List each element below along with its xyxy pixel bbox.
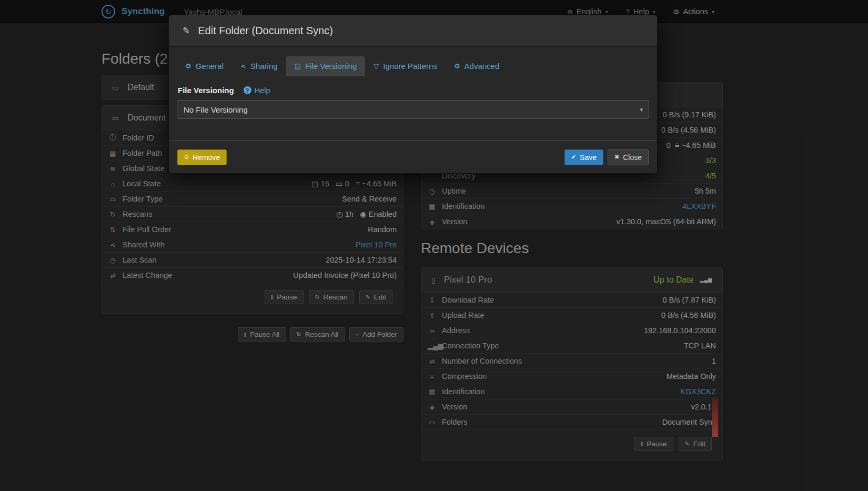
help-link[interactable]: ? Help xyxy=(244,86,270,95)
tab-sharing[interactable]: ⋖Sharing xyxy=(232,56,286,76)
tab-general[interactable]: ⚙General xyxy=(177,56,232,76)
save-button[interactable]: ✔ Save xyxy=(564,149,603,165)
question-icon: ? xyxy=(244,86,251,94)
pencil-icon: ✎ xyxy=(183,25,190,36)
tab-label: General xyxy=(196,62,224,71)
gears-icon: ⚙ xyxy=(454,62,460,70)
modal-header: ✎ Edit Folder (Document Sync) xyxy=(169,15,657,47)
versioning-icon: ▤ xyxy=(295,62,301,70)
tab-label: Sharing xyxy=(250,62,278,71)
help-label: Help xyxy=(255,86,270,95)
file-versioning-label: File Versioning xyxy=(178,86,234,95)
modal-title: Edit Folder (Document Sync) xyxy=(198,25,333,37)
modal-body: ⚙General⋖Sharing▤File Versioning▽Ignore … xyxy=(169,47,657,141)
check-icon: ✔ xyxy=(571,154,576,161)
remove-button[interactable]: ⊖ Remove xyxy=(177,149,227,165)
modal-footer: ⊖ Remove ✔ Save ✖ Close xyxy=(169,141,657,173)
tab-label: File Versioning xyxy=(305,62,357,71)
close-button[interactable]: ✖ Close xyxy=(608,149,649,165)
versioning-select[interactable]: No File Versioning xyxy=(177,100,649,119)
remove-label: Remove xyxy=(193,153,220,162)
edit-folder-modal: ✎ Edit Folder (Document Sync) ⚙General⋖S… xyxy=(168,15,658,174)
tab-label: Ignore Patterns xyxy=(383,62,437,71)
share-icon: ⋖ xyxy=(240,62,246,70)
tab-advanced[interactable]: ⚙Advanced xyxy=(446,56,508,76)
tab-file-versioning[interactable]: ▤File Versioning xyxy=(286,56,366,76)
save-label: Save xyxy=(580,153,597,162)
gear-icon: ⚙ xyxy=(185,62,191,70)
filter-icon: ▽ xyxy=(374,62,379,70)
tab-ignore-patterns[interactable]: ▽Ignore Patterns xyxy=(365,56,446,76)
tab-label: Advanced xyxy=(465,62,500,71)
close-icon: ✖ xyxy=(614,154,619,161)
modal-tabs: ⚙General⋖Sharing▤File Versioning▽Ignore … xyxy=(177,56,649,76)
minus-circle-icon: ⊖ xyxy=(184,154,189,161)
app: ↻ Syncthing Yashs-MBP.local ⊕English▾?He… xyxy=(0,0,868,491)
close-label: Close xyxy=(623,153,642,162)
